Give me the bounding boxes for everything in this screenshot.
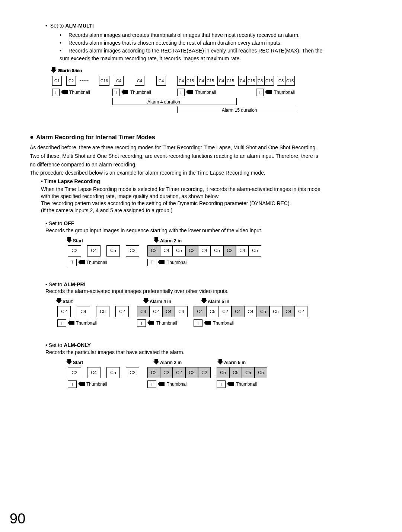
off-pre-1: C4 xyxy=(87,245,100,257)
tlr-p3: The recording pattern varies according t… xyxy=(41,200,372,207)
pri-pre-2: C5 xyxy=(96,306,109,317)
d1-c1: C1 xyxy=(52,76,62,86)
only-ev-start-lbl: Start xyxy=(73,360,83,366)
left-arrow-icon xyxy=(147,320,155,325)
pri-t1: T xyxy=(57,319,66,327)
alm-multi-bold: ALM-MULTI xyxy=(65,23,94,29)
alm-multi-prefix: Set to xyxy=(50,23,65,29)
only-b-1: C5 xyxy=(229,367,242,378)
alm-multi-sum: sum exceeds the maximum recording rate, … xyxy=(60,55,372,62)
off-thumb2: Thumbnail xyxy=(167,259,188,265)
d1-t3: T xyxy=(177,89,185,96)
only-b-2: C5 xyxy=(242,367,255,378)
left-arrow-icon xyxy=(68,320,75,325)
pri-bold: ALM-PRI xyxy=(64,281,85,287)
d1-c14: C15 xyxy=(246,76,256,86)
off-ev-start-lbl: Start xyxy=(73,238,83,244)
only-b-0: C5 xyxy=(217,367,229,378)
pri-ev-start-lbl: Start xyxy=(63,299,73,305)
alm-multi-diagram: Start Alarm 4 in Alarm 15 in Alarm 3 in … xyxy=(51,68,374,120)
pri-b-0: C4 xyxy=(194,306,206,317)
d1-c6: C4 xyxy=(156,76,166,86)
svg-marker-15 xyxy=(68,320,74,325)
pri-prefix: Set to xyxy=(49,281,64,287)
svg-marker-18 xyxy=(66,359,72,364)
pri-b-5: C5 xyxy=(257,306,269,317)
svg-marker-11 xyxy=(158,259,165,265)
left-arrow-icon xyxy=(158,381,165,386)
off-pre-3: C2 xyxy=(126,245,139,257)
left-arrow-icon xyxy=(78,259,86,265)
svg-marker-10 xyxy=(78,259,85,265)
off-post-8: C5 xyxy=(249,245,261,257)
pri-b-6: C5 xyxy=(269,306,282,317)
off-post-5: C5 xyxy=(211,245,223,257)
svg-marker-19 xyxy=(153,359,159,364)
only-a-2: C2 xyxy=(173,367,185,378)
off-post-6: C2 xyxy=(223,245,236,257)
left-arrow-icon xyxy=(186,89,194,95)
off-post-4: C4 xyxy=(198,245,211,257)
off-block: Set to OFF Records the group input image… xyxy=(45,220,372,234)
left-arrow-icon xyxy=(61,89,68,95)
d1-thumb4: Thumbnail xyxy=(274,89,295,95)
alm-multi-section: Set to ALM-MULTI Records alarm images an… xyxy=(45,22,372,62)
d1-t2: T xyxy=(112,89,120,96)
left-arrow-icon xyxy=(204,320,211,325)
svg-marker-17 xyxy=(204,320,211,325)
only-a-1: C2 xyxy=(160,367,173,378)
off-head: Set to OFF xyxy=(45,220,372,227)
pri-a-0: C4 xyxy=(137,306,150,317)
bullet-dot-icon: ● xyxy=(30,133,34,141)
only-a-4: C2 xyxy=(198,367,211,378)
svg-marker-20 xyxy=(217,359,223,364)
only-diagram: Start Alarm 2 in Alarm 5 in C2 C4 C5 C2 … xyxy=(66,360,304,395)
pri-a-3: C4 xyxy=(175,306,188,317)
pri-thumb2: Thumbnail xyxy=(156,320,177,326)
d1-c10: C15 xyxy=(205,76,215,86)
off-post-0: C2 xyxy=(147,245,160,257)
tlr-section: Time Lapse Recording When the Time Lapse… xyxy=(41,178,372,214)
off-pre-2: C5 xyxy=(106,245,120,257)
off-post-7: C4 xyxy=(236,245,249,257)
section-title-text: Alarm Recording for Internal Timer Modes xyxy=(36,134,155,140)
svg-marker-12 xyxy=(56,298,62,303)
d1-dur4: Alarm 4 duration xyxy=(147,99,180,105)
off-post-2: C5 xyxy=(173,245,185,257)
only-t3: T xyxy=(217,380,226,388)
only-a-0: C2 xyxy=(147,367,160,378)
only-bold: ALM-ONLY xyxy=(64,342,91,348)
tlr-p4: (If the camera inputs 2, 4 and 5 are ass… xyxy=(41,207,372,214)
off-bold: OFF xyxy=(64,220,74,226)
pri-b-4: C4 xyxy=(244,306,257,317)
pri-b-2: C2 xyxy=(219,306,232,317)
svg-marker-9 xyxy=(153,237,159,243)
only-thumb2: Thumbnail xyxy=(167,381,188,387)
off-prefix: Set to xyxy=(49,220,64,226)
off-t2: T xyxy=(147,259,156,266)
down-arrow-icon xyxy=(153,359,159,365)
down-arrow-icon xyxy=(143,298,149,304)
d1-c3: C16 xyxy=(99,76,109,86)
s2-p1: As described before, there are three rec… xyxy=(30,144,372,151)
pri-thumb1: Thumbnail xyxy=(76,320,97,326)
pri-pre-3: C2 xyxy=(115,306,129,317)
pri-pre-0: C2 xyxy=(57,306,71,317)
left-arrow-icon xyxy=(158,259,165,265)
pri-desc: Records the alarm-activated input images… xyxy=(45,288,372,295)
svg-marker-4 xyxy=(61,89,68,95)
only-b-3: C5 xyxy=(255,367,267,378)
d1-c8: C15 xyxy=(185,76,195,86)
pri-t2: T xyxy=(137,319,146,327)
off-desc: Records the group input images in sequen… xyxy=(45,227,372,234)
d1-dashes: ----- xyxy=(80,77,89,83)
only-thumb3: Thumbnail xyxy=(236,381,257,387)
d1-thumb3: Thumbnail xyxy=(195,89,216,95)
off-post-1: C4 xyxy=(160,245,173,257)
d1-t4: T xyxy=(256,89,264,96)
pri-b-8: C2 xyxy=(295,306,307,317)
pri-diagram: Start Alarm 4 in Alarm 5 in C2 C4 C5 C2 … xyxy=(56,299,346,334)
off-ev-a2-lbl: Alarm 2 in xyxy=(160,238,182,244)
only-a-3: C2 xyxy=(185,367,198,378)
alm-multi-b2: Records alarm images that is chosen dete… xyxy=(60,39,372,47)
